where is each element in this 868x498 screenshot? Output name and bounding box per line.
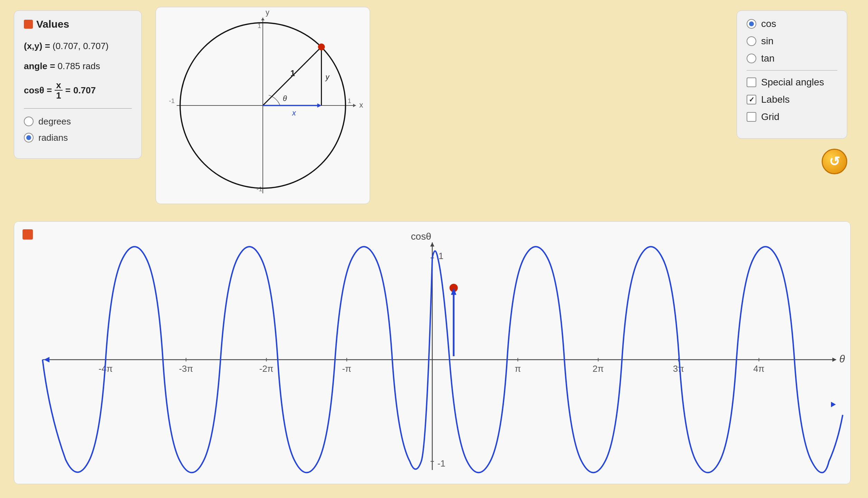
svg-text:θ: θ bbox=[283, 94, 287, 103]
cos-label: cosθ = bbox=[24, 85, 52, 96]
svg-text:4π: 4π bbox=[753, 364, 764, 374]
sin-radio[interactable] bbox=[747, 36, 756, 46]
cos-fraction: x 1 bbox=[55, 80, 62, 101]
circle-svg[interactable]: x y 1 1 -1 -1 θ 1 y x bbox=[156, 7, 370, 204]
svg-text:-1: -1 bbox=[257, 185, 262, 193]
sin-option-row[interactable]: sin bbox=[747, 36, 837, 47]
svg-text:π: π bbox=[515, 364, 521, 374]
graph-svg[interactable]: θ cosθ 1 -1 -4π -3π -2π -π π 2π 3π 4π bbox=[14, 222, 850, 484]
special-angles-row[interactable]: Special angles bbox=[747, 77, 837, 88]
angle-value-row: angle = 0.785 rads bbox=[24, 60, 132, 72]
tan-radio[interactable] bbox=[747, 54, 756, 63]
xy-value-row: (x,y) = (0.707, 0.707) bbox=[24, 40, 132, 52]
cos-option-row[interactable]: cos bbox=[747, 18, 837, 29]
svg-text:3π: 3π bbox=[673, 364, 684, 374]
radians-radio-row[interactable]: radians bbox=[24, 132, 132, 143]
sin-option-label: sin bbox=[761, 36, 774, 47]
radians-radio-inner bbox=[26, 135, 31, 140]
radians-label: radians bbox=[38, 132, 68, 143]
angle-value: 0.785 rads bbox=[58, 61, 100, 71]
svg-text:-2π: -2π bbox=[259, 364, 274, 374]
grid-label: Grid bbox=[761, 111, 779, 122]
xy-label: (x,y) = bbox=[24, 41, 50, 51]
svg-text:x: x bbox=[359, 101, 363, 109]
svg-marker-1 bbox=[353, 104, 356, 107]
cos-radio-inner bbox=[749, 21, 754, 26]
labels-checkmark: ✓ bbox=[749, 95, 755, 104]
values-title: Values bbox=[36, 18, 69, 30]
xy-value: (0.707, 0.707) bbox=[53, 41, 109, 51]
svg-marker-3 bbox=[261, 18, 265, 20]
circle-panel[interactable]: x y 1 1 -1 -1 θ 1 y x bbox=[156, 7, 370, 204]
svg-text:2π: 2π bbox=[593, 364, 604, 374]
reset-button[interactable]: ↺ bbox=[822, 149, 847, 174]
svg-text:x: x bbox=[292, 109, 296, 117]
special-angles-label: Special angles bbox=[761, 77, 824, 88]
theta-axis-label: θ bbox=[839, 353, 845, 365]
cos-option-label: cos bbox=[761, 18, 776, 29]
degrees-label: degrees bbox=[38, 116, 71, 127]
svg-text:y: y bbox=[325, 73, 330, 81]
values-panel: Values (x,y) = (0.707, 0.707) angle = 0.… bbox=[14, 10, 142, 159]
cos-theta-row: cosθ = x 1 = 0.707 bbox=[24, 80, 132, 101]
radians-radio[interactable] bbox=[24, 133, 34, 142]
special-angles-checkbox[interactable] bbox=[747, 77, 756, 87]
collapse-icon[interactable] bbox=[24, 20, 33, 29]
angle-label: angle = bbox=[24, 61, 55, 71]
svg-text:-π: -π bbox=[342, 364, 351, 374]
options-panel: cos sin tan Special angles ✓ Labels Grid bbox=[737, 10, 847, 139]
cos-equals: = bbox=[65, 85, 71, 96]
svg-point-19 bbox=[318, 44, 325, 50]
degrees-radio-row[interactable]: degrees bbox=[24, 116, 132, 127]
tan-option-label: tan bbox=[761, 53, 775, 64]
cos-fraction-num: x bbox=[55, 80, 62, 91]
svg-text:1: 1 bbox=[438, 251, 443, 261]
svg-text:y: y bbox=[266, 8, 269, 17]
cos-value: 0.707 bbox=[73, 85, 96, 96]
labels-checkbox[interactable]: ✓ bbox=[747, 95, 756, 104]
labels-label: Labels bbox=[761, 94, 790, 105]
cos-fraction-den: 1 bbox=[55, 91, 62, 101]
tan-option-row[interactable]: tan bbox=[747, 53, 837, 64]
graph-panel[interactable]: θ cosθ 1 -1 -4π -3π -2π -π π 2π 3π 4π bbox=[14, 221, 851, 484]
cos-radio[interactable] bbox=[747, 19, 756, 29]
reset-icon: ↺ bbox=[829, 154, 840, 169]
grid-row[interactable]: Grid bbox=[747, 111, 837, 122]
svg-text:1: 1 bbox=[348, 97, 351, 104]
svg-rect-21 bbox=[22, 229, 33, 240]
svg-text:1: 1 bbox=[290, 68, 295, 78]
svg-marker-17 bbox=[317, 103, 321, 108]
svg-text:cosθ: cosθ bbox=[411, 231, 431, 242]
svg-text:-3π: -3π bbox=[179, 364, 193, 374]
svg-text:-1: -1 bbox=[169, 97, 175, 104]
labels-row[interactable]: ✓ Labels bbox=[747, 94, 837, 105]
svg-text:-1: -1 bbox=[437, 459, 445, 468]
degrees-radio[interactable] bbox=[24, 117, 34, 126]
grid-checkbox[interactable] bbox=[747, 112, 756, 122]
